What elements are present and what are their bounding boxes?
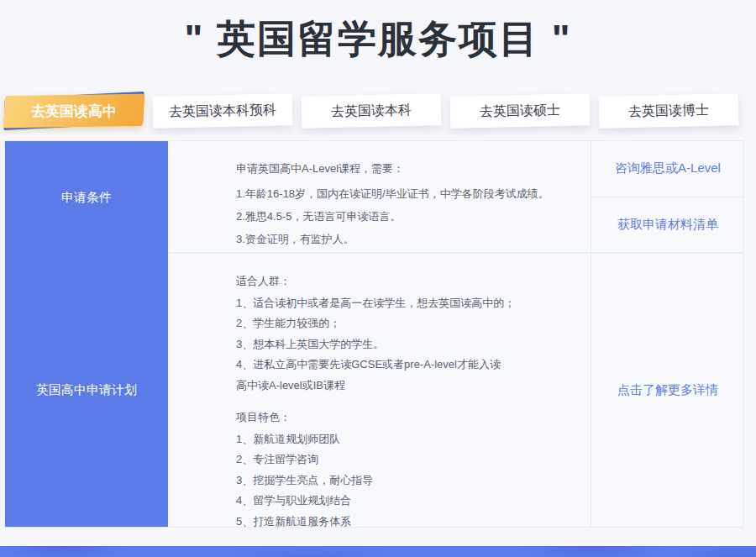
row1-links-column: 咨询雅思或A-Level 获取申请材料清单 [591,141,744,254]
tab-uk-phd[interactable]: 去英国读博士 [599,93,739,128]
content-line: 申请英国高中A-Level课程，需要： [236,159,575,178]
get-application-materials-link[interactable]: 获取申请材料清单 [591,197,744,253]
tab-label: 去英国读博士 [628,101,709,120]
content-line: 2、学生能力较强的； [236,313,575,334]
tab-label: 去英国读本科 [331,101,412,120]
row-header-highschool-application-plan: 英国高中申请计划 [5,254,168,527]
tab-bar: 去英国读高中 去英国读本科预科 去英国读本科 去英国读硕士 去英国读博士 [4,95,738,127]
content-line: 4、进私立高中需要先读GCSE或者pre-A-level才能入读 [236,355,575,376]
content-line: 3、挖掘学生亮点，耐心指导 [236,470,575,491]
tab-label: 去英国读硕士 [480,101,560,120]
application-requirements-content: 申请英国高中A-Level课程，需要： 1.年龄16-18岁，国内在读证明/毕业… [168,141,591,254]
tab-uk-highschool[interactable]: 去英国读高中 [4,95,144,127]
content-line: 5、打造新航道服务体系 [236,512,575,533]
tab-label: 去英国读本科预科 [169,101,276,121]
content-line: 3、想本科上英国大学的学生。 [236,334,575,355]
content-line: 2.雅思4.5-5，无语言可申读语言。 [236,207,575,226]
tab-uk-foundation[interactable]: 去英国读本科预科 [153,93,293,128]
content-line: 1、新航道规划师团队 [236,429,575,450]
row-header-application-requirements: 申请条件 [5,141,168,254]
content-line: 2、专注留学咨询 [236,449,575,470]
bottom-decorative-banner [0,546,756,557]
tab-uk-bachelor[interactable]: 去英国读本科 [302,93,442,128]
page-title: " 英国留学服务项目 " [0,13,756,66]
features-title: 项目特色： [236,407,575,428]
consult-ielts-alevel-link[interactable]: 咨询雅思或A-Level [591,141,744,197]
content-line: 1、适合读初中或者是高一在读学生，想去英国读高中的； [236,293,575,314]
content-line: 1.年龄16-18岁，国内在读证明/毕业证书，中学各阶段考试成绩。 [236,184,575,203]
tab-uk-master[interactable]: 去英国读硕士 [450,93,591,128]
tab-label: 去英国读高中 [31,102,117,121]
content-line: 4、留学与职业规划结合 [236,491,575,512]
learn-more-details-link[interactable]: 点击了解更多详情 [591,254,744,527]
content-line: 高中读A-level或IB课程 [236,376,575,397]
program-info-table: 申请条件 申请英国高中A-Level课程，需要： 1.年龄16-18岁，国内在读… [4,140,743,528]
highschool-plan-content: 适合人群： 1、适合读初中或者是高一在读学生，想去英国读高中的； 2、学生能力较… [168,254,591,527]
audience-title: 适合人群： [236,271,575,292]
content-line: 3.资金证明，有监护人。 [236,229,575,249]
